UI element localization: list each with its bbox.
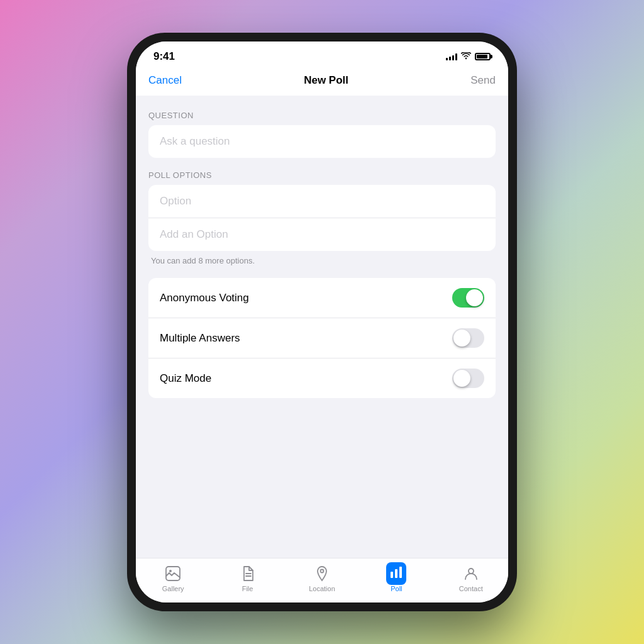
wifi-icon [461,52,471,62]
tab-contact[interactable]: Contact [452,565,490,592]
signal-bar-1 [446,58,448,60]
file-icon [239,565,257,582]
question-section-label: QUESTION [148,111,496,120]
multiple-answers-label: Multiple Answers [160,332,240,345]
contact-icon [462,565,480,582]
signal-bars-icon [446,53,457,60]
tab-file[interactable]: File [229,565,267,592]
status-time: 9:41 [153,50,175,63]
nav-bar: Cancel New Poll Send [136,68,508,96]
battery-fill [477,55,487,58]
signal-bar-2 [449,57,451,60]
bottom-spacer [148,411,496,423]
phone-frame: 9:41 [127,33,517,611]
multiple-answers-row: Multiple Answers [148,318,496,358]
location-tab-label: Location [309,585,335,592]
anonymous-voting-toggle[interactable] [452,288,484,308]
toggle-knob-2 [453,330,470,347]
battery-icon [475,53,491,60]
svg-rect-7 [395,569,397,578]
status-bar: 9:41 [136,42,508,68]
svg-point-2 [169,570,172,572]
quiz-mode-row: Quiz Mode [148,358,496,398]
tab-gallery[interactable]: Gallery [154,565,192,592]
add-option-input[interactable]: Add an Option [148,218,496,251]
send-button[interactable]: Send [470,74,496,87]
question-section: QUESTION Ask a question [148,111,496,158]
tab-location[interactable]: Location [303,565,341,592]
svg-rect-8 [399,567,402,578]
toggle-knob [466,289,483,306]
phone-screen: 9:41 [136,42,508,602]
cancel-button[interactable]: Cancel [148,74,182,87]
question-input[interactable]: Ask a question [148,125,496,158]
poll-tab-label: Poll [391,585,402,592]
location-icon [313,565,331,582]
file-tab-label: File [242,585,253,592]
content-area: QUESTION Ask a question POLL OPTIONS Opt… [136,96,508,558]
status-icons [446,52,491,62]
anonymous-voting-label: Anonymous Voting [160,292,249,304]
option-1-input[interactable]: Option [148,185,496,218]
toggles-group: Anonymous Voting Multiple Answers Quiz M… [148,278,496,398]
gallery-icon [164,565,182,582]
helper-text: You can add 8 more options. [148,256,496,265]
svg-rect-6 [391,572,393,578]
quiz-mode-label: Quiz Mode [160,372,211,385]
svg-point-0 [465,57,467,58]
quiz-mode-toggle[interactable] [452,369,484,388]
multiple-answers-toggle[interactable] [452,328,484,348]
poll-icon [387,565,405,582]
contact-tab-label: Contact [459,585,483,592]
poll-options-section: POLL OPTIONS Option Add an Option You ca… [148,170,496,265]
gallery-tab-label: Gallery [162,585,184,592]
signal-bar-3 [452,55,454,60]
poll-options-group: Option Add an Option [148,185,496,251]
tab-poll[interactable]: Poll [377,565,415,592]
poll-options-section-label: POLL OPTIONS [148,170,496,180]
svg-point-9 [469,569,474,574]
svg-point-5 [320,570,323,573]
anonymous-voting-row: Anonymous Voting [148,278,496,318]
toggle-knob-3 [453,370,470,387]
signal-bar-4 [455,53,457,60]
bottom-tab-bar: Gallery File [136,558,508,602]
page-title: New Poll [304,74,348,87]
